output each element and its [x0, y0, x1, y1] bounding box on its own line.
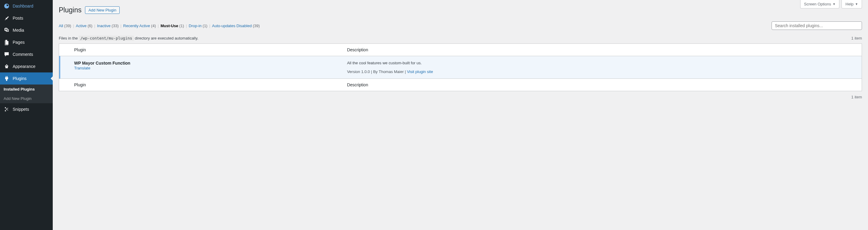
description-column-footer: Description [344, 79, 862, 91]
snippets-icon [4, 106, 10, 112]
filter-drop-in-count: (1) [203, 24, 207, 28]
filter-row: All (39) | Active (6) | Inactive (33) | … [59, 22, 862, 30]
dashboard-icon [4, 3, 10, 9]
appearance-icon [4, 63, 10, 69]
items-count-top: 1 item [851, 36, 862, 40]
sidebar-item-label: Dashboard [13, 4, 33, 8]
submenu-installed-plugins[interactable]: Installed Plugins [0, 85, 53, 94]
sidebar-item-comments[interactable]: Comments [0, 48, 53, 60]
page-title: Plugins [59, 6, 82, 14]
main-content: Screen Options ▼ Help ▼ Plugins Add New … [53, 0, 868, 230]
check-cell [59, 56, 71, 79]
filter-separator: | [94, 24, 95, 28]
filter-active-count: (6) [88, 24, 93, 28]
pages-icon [4, 39, 10, 45]
sidebar-item-label: Media [13, 28, 24, 33]
plugin-description: All the cool features we custom-built fo… [347, 61, 859, 65]
page-heading: Plugins Add New Plugin [59, 0, 862, 14]
sidebar-item-label: Pages [13, 40, 25, 45]
sidebar-item-media[interactable]: Media [0, 24, 53, 36]
filter-separator: | [209, 24, 210, 28]
filter-separator: | [186, 24, 187, 28]
filter-auto-updates-count: (39) [253, 24, 260, 28]
sidebar-item-snippets[interactable]: Snippets [0, 103, 53, 115]
caret-down-icon: ▼ [832, 2, 835, 6]
translate-link[interactable]: Translate [74, 66, 90, 70]
sidebar-item-label: Snippets [13, 107, 29, 112]
filter-separator: | [120, 24, 121, 28]
add-new-plugin-button[interactable]: Add New Plugin [85, 6, 120, 14]
description-cell: All the cool features we custom-built fo… [344, 56, 862, 79]
sidebar-item-label: Comments [13, 52, 33, 57]
screen-options-label: Screen Options [804, 2, 831, 6]
directory-note-row: Files in the /wp-content/mu-plugins dire… [59, 36, 862, 40]
plugin-meta: Version 1.0.0 | By Thomas Maier | Visit … [347, 69, 859, 74]
comments-icon [4, 51, 10, 57]
dir-note-code: /wp-content/mu-plugins [79, 36, 133, 41]
filter-all-count: (39) [64, 24, 71, 28]
media-icon [4, 27, 10, 33]
help-label: Help [845, 2, 854, 6]
items-count-bottom: 1 item [59, 95, 862, 99]
admin-sidebar: Dashboard Posts Media Pages Comments App… [0, 0, 53, 230]
pin-icon [4, 15, 10, 21]
caret-down-icon: ▼ [855, 2, 858, 6]
filter-separator: | [73, 24, 74, 28]
sidebar-item-plugins[interactable]: Plugins [0, 73, 53, 85]
visit-plugin-site-link[interactable]: Visit plugin site [407, 69, 433, 74]
sidebar-item-pages[interactable]: Pages [0, 36, 53, 48]
top-right-buttons: Screen Options ▼ Help ▼ [800, 0, 862, 8]
help-button[interactable]: Help ▼ [841, 0, 862, 8]
submenu-add-new-plugin[interactable]: Add New Plugin [0, 94, 53, 103]
plugin-cell: WP Mayor Custom Function Translate [71, 56, 344, 79]
filter-must-use[interactable]: Must-Use [161, 24, 179, 28]
filter-separator: | [158, 24, 158, 28]
sidebar-item-label: Appearance [13, 64, 36, 69]
search-input[interactable] [772, 22, 862, 30]
sidebar-item-posts[interactable]: Posts [0, 12, 53, 24]
filter-inactive-count: (33) [112, 24, 119, 28]
sidebar-item-label: Plugins [13, 76, 27, 81]
search-box [772, 22, 862, 30]
plugins-icon [4, 76, 10, 82]
sidebar-item-dashboard[interactable]: Dashboard [0, 0, 53, 12]
sidebar-item-appearance[interactable]: Appearance [0, 60, 53, 73]
dir-note-prefix: Files in the [59, 36, 79, 40]
check-column-header [59, 44, 71, 56]
table-row: WP Mayor Custom Function Translate All t… [59, 56, 862, 79]
filter-active[interactable]: Active [76, 24, 87, 28]
plugin-author: By Thomas Maier [373, 69, 404, 74]
plugin-filters: All (39) | Active (6) | Inactive (33) | … [59, 24, 260, 28]
plugin-column-footer: Plugin [71, 79, 344, 91]
plugins-submenu: Installed Plugins Add New Plugin [0, 85, 53, 103]
dir-note-suffix: directory are executed automatically. [135, 36, 198, 40]
filter-must-use-count: (1) [179, 24, 184, 28]
screen-options-button[interactable]: Screen Options ▼ [800, 0, 840, 8]
sidebar-item-label: Posts [13, 16, 23, 21]
check-column-footer [59, 79, 71, 91]
filter-inactive[interactable]: Inactive [97, 24, 111, 28]
plugin-column-header: Plugin [71, 44, 344, 56]
filter-auto-updates-disabled[interactable]: Auto-updates Disabled [212, 24, 252, 28]
description-column-header: Description [344, 44, 862, 56]
filter-recently-active-count: (4) [151, 24, 156, 28]
plugin-version: Version 1.0.0 [347, 69, 370, 74]
plugin-name: WP Mayor Custom Function [74, 61, 341, 65]
directory-note: Files in the /wp-content/mu-plugins dire… [59, 36, 198, 40]
filter-all[interactable]: All [59, 24, 63, 28]
filter-recently-active[interactable]: Recently Active [123, 24, 150, 28]
filter-drop-in[interactable]: Drop-in [189, 24, 202, 28]
plugins-table: Plugin Description WP Mayor Custom Funct… [59, 44, 862, 91]
